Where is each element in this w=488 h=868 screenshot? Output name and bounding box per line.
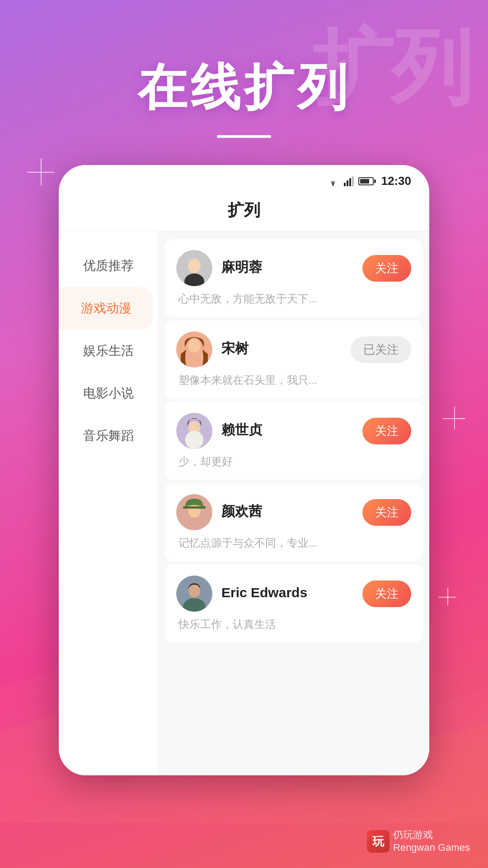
user-info: 赖世贞 xyxy=(221,421,353,441)
user-desc: 塑像本来就在石头里，我只... xyxy=(176,373,411,387)
title-divider xyxy=(217,135,271,138)
user-desc: 少，却更好 xyxy=(176,454,411,469)
follow-button[interactable]: 关注 xyxy=(362,255,411,282)
svg-rect-4 xyxy=(352,176,354,186)
user-info: 麻明蓉 xyxy=(221,258,353,278)
sidebar-item-entertainment[interactable]: 娱乐生活 xyxy=(59,330,158,372)
status-bar: 12:30 xyxy=(59,165,429,193)
brand-text: 仍玩游戏 Rengwan Games xyxy=(393,829,470,854)
user-card-4: 颜欢茜 关注 记忆点源于与众不同，专业... xyxy=(165,483,422,561)
user-row: 赖世贞 关注 xyxy=(176,413,411,449)
content-area: 优质推荐 游戏动漫 娱乐生活 电影小说 音乐舞蹈 麻明蓉 关注 心中无敌，方能无… xyxy=(59,231,429,775)
battery-icon xyxy=(358,177,374,185)
user-info: Eric Edwards xyxy=(221,585,353,602)
user-card-5: Eric Edwards 关注 快乐工作，认真生活 xyxy=(165,565,422,642)
signal-icon xyxy=(344,176,354,186)
wifi-icon xyxy=(327,176,339,186)
svg-rect-3 xyxy=(349,178,351,186)
brand-line1: 仍玩游戏 xyxy=(393,829,470,842)
sparkle-decoration-3 xyxy=(438,588,456,606)
user-avatar xyxy=(176,576,212,612)
brand-logo: 玩 xyxy=(367,830,389,853)
status-time: 12:30 xyxy=(381,174,412,188)
svg-point-19 xyxy=(188,584,200,598)
user-desc: 快乐工作，认真生活 xyxy=(176,617,411,632)
svg-point-13 xyxy=(185,431,203,449)
user-card-1: 麻明蓉 关注 心中无敌，方能无敌于天下... xyxy=(165,239,422,317)
bottom-brand: 玩 仍玩游戏 Rengwan Games xyxy=(367,829,470,854)
svg-point-0 xyxy=(332,184,334,186)
title-area: 在线扩列 xyxy=(0,0,488,138)
follow-button[interactable]: 关注 xyxy=(362,580,411,607)
user-avatar xyxy=(176,413,212,449)
user-list: 麻明蓉 关注 心中无敌，方能无敌于天下... 宋树 已关注 塑像本来就在石头里，… xyxy=(158,231,429,775)
svg-point-8 xyxy=(188,259,201,272)
user-name: 麻明蓉 xyxy=(221,258,353,277)
sidebar-item-game[interactable]: 游戏动漫 xyxy=(59,287,153,330)
user-desc: 心中无敌，方能无敌于天下... xyxy=(176,292,411,306)
user-name: 赖世贞 xyxy=(221,421,353,439)
user-name: 宋树 xyxy=(221,340,342,358)
app-header: 扩列 xyxy=(59,193,429,231)
svg-rect-2 xyxy=(347,180,348,186)
sidebar-item-movie[interactable]: 电影小说 xyxy=(59,372,158,415)
user-row: 颜欢茜 关注 xyxy=(176,494,411,530)
user-name: 颜欢茜 xyxy=(221,502,353,521)
sparkle-decoration-2 xyxy=(443,407,465,429)
sparkle-decoration-1 xyxy=(27,158,54,185)
svg-point-10 xyxy=(188,339,200,353)
user-row: Eric Edwards 关注 xyxy=(176,576,411,612)
user-row: 麻明蓉 关注 xyxy=(176,250,411,286)
sidebar-item-music[interactable]: 音乐舞蹈 xyxy=(59,415,158,457)
main-title: 在线扩列 xyxy=(0,54,488,122)
follow-button[interactable]: 关注 xyxy=(362,418,411,444)
user-desc: 记忆点源于与众不同，专业... xyxy=(176,536,411,550)
phone-frame: 12:30 扩列 优质推荐 游戏动漫 娱乐生活 电影小说 音乐舞蹈 麻明蓉 关注 xyxy=(59,165,429,775)
status-icons xyxy=(327,176,374,186)
svg-rect-1 xyxy=(344,183,346,186)
user-card-2: 宋树 已关注 塑像本来就在石头里，我只... xyxy=(165,321,422,398)
user-avatar xyxy=(176,331,212,368)
svg-rect-16 xyxy=(183,506,206,509)
follow-button[interactable]: 关注 xyxy=(362,499,411,526)
sidebar-item-quality[interactable]: 优质推荐 xyxy=(59,245,158,287)
app-title: 扩列 xyxy=(228,201,260,219)
user-card-3: 赖世贞 关注 少，却更好 xyxy=(165,402,422,480)
user-avatar xyxy=(176,494,212,530)
follow-button[interactable]: 已关注 xyxy=(351,336,411,363)
user-name: Eric Edwards xyxy=(221,585,353,600)
sidebar: 优质推荐 游戏动漫 娱乐生活 电影小说 音乐舞蹈 xyxy=(59,231,158,775)
brand-line2: Rengwan Games xyxy=(393,841,470,854)
user-info: 宋树 xyxy=(221,340,342,360)
user-avatar xyxy=(176,250,212,286)
user-info: 颜欢茜 xyxy=(221,502,353,523)
user-row: 宋树 已关注 xyxy=(176,331,411,368)
